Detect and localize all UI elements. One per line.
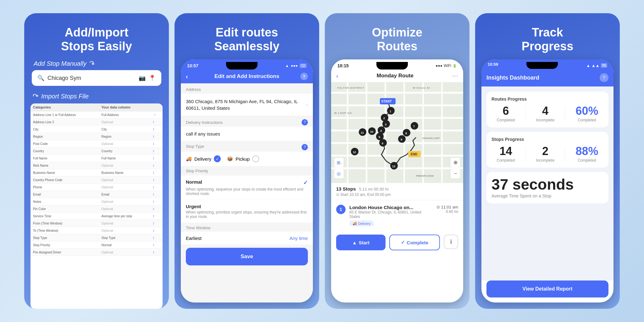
- pickup-icon: 📦: [227, 156, 233, 162]
- stop-distance: 0.60 mi: [436, 209, 458, 214]
- urgent-priority[interactable]: Urgent When optimizing, prioritize urgen…: [181, 200, 313, 223]
- battery-icon: 72: [300, 64, 307, 68]
- stop-card: 1 London House Chicago on... 85 E Wacker…: [331, 200, 463, 231]
- routes-incomplete-stat: 4 Incomplete: [536, 105, 555, 122]
- routes-incomplete-number: 4: [536, 105, 555, 117]
- map-back-button[interactable]: ‹: [336, 72, 338, 80]
- delivery-instructions-text[interactable]: call if any issues: [181, 127, 313, 141]
- table-row: NotesOptional↕: [31, 198, 163, 205]
- status-icons-4: ▲ ▲▲ 71: [586, 62, 607, 69]
- table-row: Service TimeAverage time per stop↕: [31, 213, 163, 220]
- svg-text:12: 12: [353, 151, 356, 154]
- status-time-3: 10:15: [337, 63, 349, 68]
- time-window-row: Earliest Any time: [181, 232, 313, 245]
- stops-incomplete-number: 2: [536, 146, 555, 157]
- delivery-instructions-label: Delivery Instructions: [186, 120, 223, 125]
- info-button[interactable]: ℹ: [444, 235, 458, 249]
- time-window-label: Time Window: [186, 225, 210, 230]
- location-icon[interactable]: 📍: [149, 75, 156, 81]
- chevron-right-icon: ›: [306, 102, 308, 108]
- svg-rect-1: [331, 92, 463, 94]
- svg-text:W Kinzie St: W Kinzie St: [413, 86, 430, 89]
- add-stop-label: Add Stop Manually ↷: [24, 59, 169, 70]
- delivery-icon: 🚚: [186, 156, 192, 162]
- stops-percent-number: 88%: [575, 146, 598, 157]
- map-more-button[interactable]: ⋯: [452, 72, 458, 80]
- delivery-help-icon[interactable]: ?: [302, 119, 308, 125]
- table-row: Address Line 1 or Full AddressFull Addre…: [31, 111, 163, 119]
- normal-priority[interactable]: Normal ✓ When optimizing, sequence your …: [181, 175, 313, 200]
- notch-2: [226, 62, 258, 69]
- status-time-4: 10:59: [488, 62, 498, 69]
- panel-add-import: Add/ImportStops Easily Add Stop Manually…: [24, 13, 169, 309]
- phone-header-title-2: Edit and Add Instructions: [214, 73, 279, 80]
- insights-content: Routes Progress 6 Completed 4 Incomplete: [481, 86, 613, 280]
- stop-info: London House Chicago on... 85 E Wacker D…: [349, 205, 433, 226]
- panel-edit-routes: Edit routesSeamlessly 10:57 ▲ ●●● 72 ‹ E…: [175, 13, 319, 309]
- phone-frame-2: 10:57 ▲ ●●● 72 ‹ Edit and Add Instructio…: [181, 59, 313, 303]
- stops-distance: 5.11 mi: [359, 187, 373, 192]
- stop-meta: ⊙ 11:01 am 0.60 mi: [436, 205, 458, 214]
- svg-text:3: 3: [385, 123, 386, 126]
- svg-rect-5: [331, 142, 463, 144]
- stops-count: 13 Stops 5.11 mi 00:30 hr: [336, 186, 389, 192]
- svg-text:1: 1: [390, 110, 391, 113]
- stop-type-badge: 🚚 Delivery: [349, 220, 374, 226]
- status-time-2: 10:57: [187, 63, 198, 68]
- table-row: To (Time Window)Optional↕: [31, 227, 163, 234]
- earliest-label: Earliest: [186, 236, 202, 241]
- urgent-priority-desc: When optimizing, prioritize urgent stops…: [186, 210, 308, 219]
- table-row: Pre-Assigned DriverOptional↕: [31, 249, 163, 256]
- insights-help-icon[interactable]: ?: [600, 73, 608, 82]
- stop-type-help-icon[interactable]: ?: [302, 144, 308, 150]
- notch-4: [526, 62, 558, 69]
- table-row: Pin ColorOptional↕: [31, 205, 163, 213]
- stop-name: London House Chicago on...: [349, 205, 433, 210]
- stops-percent-label: Completed: [575, 158, 598, 163]
- routes-progress-card: Routes Progress 6 Completed 4 Incomplete: [486, 92, 608, 127]
- action-buttons: ▲ Start ✓ Complete ℹ: [331, 231, 463, 254]
- stops-completed-number: 14: [497, 146, 515, 157]
- route-title: Monday Route: [338, 73, 452, 79]
- import-stops-label: ↶ Import Stops File: [24, 89, 169, 103]
- save-button[interactable]: Save: [186, 248, 308, 265]
- view-report-button[interactable]: View Detailed Report: [486, 280, 608, 297]
- camera-icon[interactable]: 📷: [139, 75, 146, 81]
- back-button-2[interactable]: ‹: [186, 73, 188, 80]
- phone-content-2: Address 360 Chicago, 875 N Michigan Ave,…: [181, 83, 313, 303]
- start-button[interactable]: ▲ Start: [336, 235, 386, 250]
- status-bar-2: 10:57 ▲ ●●● 72: [181, 59, 313, 69]
- stop-time: ⊙ 11:01 am: [436, 205, 458, 209]
- earliest-value: Any time: [290, 236, 308, 241]
- pickup-option[interactable]: 📦 Pickup: [227, 155, 259, 162]
- avg-time-value: 37 seconds: [491, 177, 603, 192]
- svg-text:−: −: [454, 171, 457, 176]
- map-header: ‹ Monday Route ⋯: [331, 69, 463, 82]
- col-categories: Categories: [31, 103, 99, 111]
- routes-percent-label: Completed: [575, 118, 598, 122]
- complete-button[interactable]: ✓ Complete: [389, 235, 440, 250]
- svg-text:4: 4: [380, 129, 382, 132]
- address-section-label: Address: [181, 83, 313, 94]
- stops-progress-card: Stops Progress 14 Completed 2 Incomplete: [486, 132, 608, 168]
- phone-frame-3: 10:15 ●●● WiFi 🔋 ‹ Monday Route ⋯: [331, 59, 463, 303]
- svg-rect-12: [422, 82, 424, 183]
- stop-type-options: 🚚 Delivery ✓ 📦 Pickup: [181, 152, 313, 166]
- status-icons-2: ▲ ●●● 72: [285, 64, 307, 68]
- help-button-2[interactable]: ?: [300, 73, 308, 80]
- stop-priority-label: Stop Priority: [186, 169, 208, 173]
- routes-completed-number: 6: [497, 105, 515, 117]
- svg-text:◎: ◎: [337, 171, 341, 176]
- panel2-heading: Edit routesSeamlessly: [175, 13, 319, 59]
- csv-table-container: Categories Your data column Address Line…: [31, 103, 163, 309]
- signal-4-icon: ▲: [586, 63, 590, 68]
- search-icon: 🔍: [37, 75, 44, 81]
- search-actions: 📷 📍: [139, 75, 156, 81]
- table-row: Nick NameOptional↕: [31, 162, 163, 169]
- divider-1: [525, 107, 526, 121]
- divider-2: [565, 107, 565, 121]
- address-field[interactable]: 360 Chicago, 875 N Michigan Ave, FL 94, …: [181, 94, 313, 116]
- pickup-radio[interactable]: [252, 155, 259, 162]
- delivery-option[interactable]: 🚚 Delivery ✓: [186, 155, 221, 162]
- search-box[interactable]: 🔍 Chicago Sym 📷 📍: [32, 70, 161, 86]
